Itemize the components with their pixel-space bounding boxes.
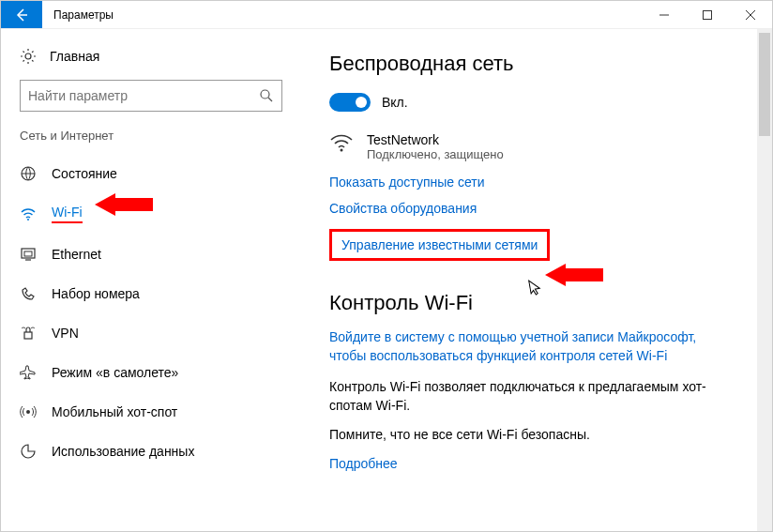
sidebar-item-wifi[interactable]: Wi-Fi [1, 193, 301, 235]
gear-icon [20, 48, 37, 65]
svg-point-9 [341, 149, 343, 152]
sidebar-item-label: Использование данных [52, 444, 194, 459]
wifi-icon [20, 205, 37, 222]
toggle-label: Вкл. [382, 95, 408, 110]
search-box[interactable] [20, 80, 282, 112]
minimize-button[interactable] [643, 1, 686, 28]
current-network[interactable]: TestNetwork Подключено, защищено [329, 132, 744, 161]
hotspot-icon [20, 403, 37, 420]
sidebar-item-label: Режим «в самолете» [52, 365, 178, 380]
status-icon [20, 165, 37, 182]
link-show-available[interactable]: Показать доступные сети [329, 175, 485, 190]
sidebar-item-vpn[interactable]: VPN [1, 313, 301, 353]
sidebar-item-dialup[interactable]: Набор номера [1, 274, 301, 313]
search-icon [259, 88, 274, 103]
datausage-icon [20, 443, 37, 460]
ethernet-icon [20, 246, 37, 263]
sidebar-item-label: VPN [52, 326, 79, 341]
link-manage-known-networks[interactable]: Управление известными сетями [329, 229, 550, 261]
sidebar-item-label: Состояние [52, 166, 117, 181]
back-button[interactable] [1, 1, 42, 28]
vpn-icon [20, 325, 37, 342]
sidebar-item-datausage[interactable]: Использование данных [1, 432, 301, 471]
sidebar-item-label: Ethernet [52, 247, 101, 262]
wifi-control-description: Контроль Wi-Fi позволяет подключаться к … [329, 378, 723, 415]
sidebar-item-airplane[interactable]: Режим «в самолете» [1, 353, 301, 392]
maximize-button[interactable] [686, 1, 729, 28]
section-label: Сеть и Интернет [1, 129, 301, 154]
home-link[interactable]: Главная [1, 48, 301, 80]
home-label: Главная [50, 49, 99, 64]
wifi-toggle[interactable] [329, 93, 371, 112]
svg-point-8 [26, 410, 30, 414]
wifi-control-heading: Контроль Wi-Fi [329, 291, 744, 315]
wifi-safety-note: Помните, что не все сети Wi-Fi безопасны… [329, 426, 723, 445]
svg-rect-7 [24, 332, 32, 339]
sidebar-item-ethernet[interactable]: Ethernet [1, 235, 301, 274]
airplane-icon [20, 364, 37, 381]
wifi-signal-icon [329, 132, 354, 153]
svg-point-4 [27, 219, 29, 220]
dialup-icon [20, 285, 37, 302]
close-button[interactable] [729, 1, 772, 28]
sidebar-item-label: Wi-Fi [52, 205, 83, 223]
link-sign-in-microsoft[interactable]: Войдите в систему с помощью учетной запи… [329, 328, 723, 365]
sidebar: Главная Сеть и Интернет Состояние Wi-Fi [1, 29, 301, 531]
link-hardware-properties[interactable]: Свойства оборудования [329, 201, 477, 216]
page-heading: Беспроводная сеть [329, 52, 744, 76]
svg-point-2 [261, 90, 269, 99]
sidebar-item-label: Набор номера [52, 286, 140, 301]
svg-rect-0 [704, 10, 712, 19]
link-learn-more[interactable]: Подробнее [329, 456, 398, 471]
svg-point-1 [25, 53, 31, 59]
sidebar-item-hotspot[interactable]: Мобильный хот-спот [1, 392, 301, 432]
svg-rect-6 [24, 251, 32, 256]
sidebar-item-label: Мобильный хот-спот [52, 404, 177, 419]
window-title: Параметры [42, 1, 643, 28]
content-panel: Беспроводная сеть Вкл. TestNetwork Подкл… [301, 29, 772, 531]
network-status: Подключено, защищено [367, 147, 504, 161]
network-name: TestNetwork [367, 132, 504, 147]
scrollbar[interactable] [757, 29, 772, 531]
sidebar-item-status[interactable]: Состояние [1, 154, 301, 193]
scrollbar-thumb[interactable] [759, 33, 770, 136]
search-input[interactable] [28, 88, 259, 103]
